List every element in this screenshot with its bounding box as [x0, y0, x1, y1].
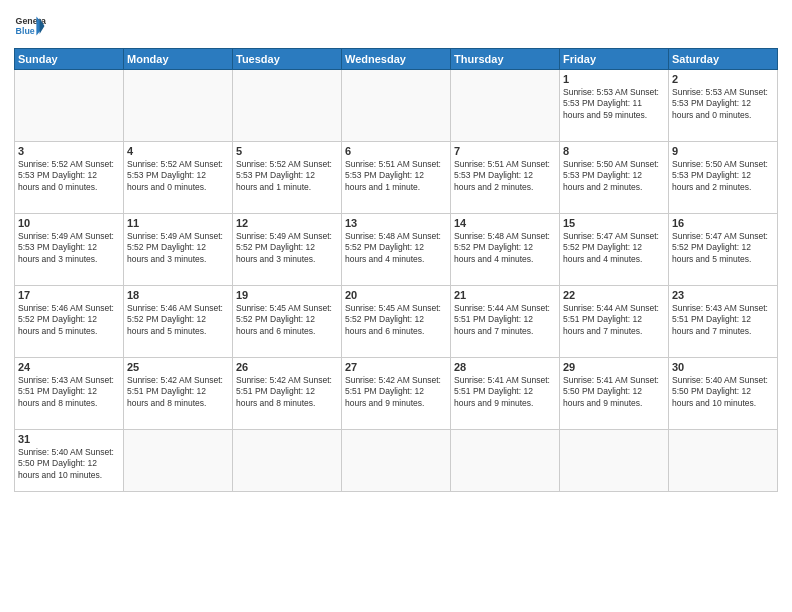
day-number: 16: [672, 217, 774, 229]
day-info: Sunrise: 5:46 AM Sunset: 5:52 PM Dayligh…: [18, 303, 120, 337]
calendar-cell: 26Sunrise: 5:42 AM Sunset: 5:51 PM Dayli…: [233, 358, 342, 430]
day-info: Sunrise: 5:43 AM Sunset: 5:51 PM Dayligh…: [672, 303, 774, 337]
day-info: Sunrise: 5:41 AM Sunset: 5:51 PM Dayligh…: [454, 375, 556, 409]
calendar-cell: 10Sunrise: 5:49 AM Sunset: 5:53 PM Dayli…: [15, 214, 124, 286]
day-info: Sunrise: 5:45 AM Sunset: 5:52 PM Dayligh…: [345, 303, 447, 337]
day-number: 30: [672, 361, 774, 373]
calendar-cell: [560, 430, 669, 492]
calendar-cell: [342, 430, 451, 492]
calendar-cell: 14Sunrise: 5:48 AM Sunset: 5:52 PM Dayli…: [451, 214, 560, 286]
calendar-cell: 28Sunrise: 5:41 AM Sunset: 5:51 PM Dayli…: [451, 358, 560, 430]
day-info: Sunrise: 5:50 AM Sunset: 5:53 PM Dayligh…: [563, 159, 665, 193]
day-number: 5: [236, 145, 338, 157]
day-number: 13: [345, 217, 447, 229]
day-number: 4: [127, 145, 229, 157]
day-info: Sunrise: 5:44 AM Sunset: 5:51 PM Dayligh…: [563, 303, 665, 337]
day-info: Sunrise: 5:42 AM Sunset: 5:51 PM Dayligh…: [345, 375, 447, 409]
day-info: Sunrise: 5:42 AM Sunset: 5:51 PM Dayligh…: [236, 375, 338, 409]
day-info: Sunrise: 5:47 AM Sunset: 5:52 PM Dayligh…: [672, 231, 774, 265]
day-number: 25: [127, 361, 229, 373]
calendar-cell: 21Sunrise: 5:44 AM Sunset: 5:51 PM Dayli…: [451, 286, 560, 358]
day-number: 8: [563, 145, 665, 157]
day-number: 10: [18, 217, 120, 229]
day-number: 22: [563, 289, 665, 301]
day-number: 6: [345, 145, 447, 157]
day-info: Sunrise: 5:53 AM Sunset: 5:53 PM Dayligh…: [672, 87, 774, 121]
calendar-cell: [15, 70, 124, 142]
day-number: 14: [454, 217, 556, 229]
day-number: 17: [18, 289, 120, 301]
calendar-cell: 8Sunrise: 5:50 AM Sunset: 5:53 PM Daylig…: [560, 142, 669, 214]
calendar-week-row: 17Sunrise: 5:46 AM Sunset: 5:52 PM Dayli…: [15, 286, 778, 358]
calendar-cell: [233, 70, 342, 142]
day-info: Sunrise: 5:41 AM Sunset: 5:50 PM Dayligh…: [563, 375, 665, 409]
day-info: Sunrise: 5:53 AM Sunset: 5:53 PM Dayligh…: [563, 87, 665, 121]
calendar-cell: 30Sunrise: 5:40 AM Sunset: 5:50 PM Dayli…: [669, 358, 778, 430]
day-number: 23: [672, 289, 774, 301]
calendar-cell: 23Sunrise: 5:43 AM Sunset: 5:51 PM Dayli…: [669, 286, 778, 358]
day-number: 12: [236, 217, 338, 229]
weekday-header-sunday: Sunday: [15, 49, 124, 70]
day-number: 18: [127, 289, 229, 301]
calendar-cell: 1Sunrise: 5:53 AM Sunset: 5:53 PM Daylig…: [560, 70, 669, 142]
header: General Blue: [14, 10, 778, 42]
calendar-table: SundayMondayTuesdayWednesdayThursdayFrid…: [14, 48, 778, 492]
day-number: 24: [18, 361, 120, 373]
calendar-cell: 12Sunrise: 5:49 AM Sunset: 5:52 PM Dayli…: [233, 214, 342, 286]
calendar-cell: 17Sunrise: 5:46 AM Sunset: 5:52 PM Dayli…: [15, 286, 124, 358]
calendar-cell: 4Sunrise: 5:52 AM Sunset: 5:53 PM Daylig…: [124, 142, 233, 214]
calendar-week-row: 1Sunrise: 5:53 AM Sunset: 5:53 PM Daylig…: [15, 70, 778, 142]
calendar-cell: 11Sunrise: 5:49 AM Sunset: 5:52 PM Dayli…: [124, 214, 233, 286]
day-info: Sunrise: 5:45 AM Sunset: 5:52 PM Dayligh…: [236, 303, 338, 337]
calendar-cell: 24Sunrise: 5:43 AM Sunset: 5:51 PM Dayli…: [15, 358, 124, 430]
day-number: 7: [454, 145, 556, 157]
calendar-week-row: 24Sunrise: 5:43 AM Sunset: 5:51 PM Dayli…: [15, 358, 778, 430]
calendar-cell: [124, 430, 233, 492]
weekday-header-saturday: Saturday: [669, 49, 778, 70]
weekday-header-monday: Monday: [124, 49, 233, 70]
day-info: Sunrise: 5:49 AM Sunset: 5:53 PM Dayligh…: [18, 231, 120, 265]
weekday-header-row: SundayMondayTuesdayWednesdayThursdayFrid…: [15, 49, 778, 70]
calendar-cell: 22Sunrise: 5:44 AM Sunset: 5:51 PM Dayli…: [560, 286, 669, 358]
weekday-header-friday: Friday: [560, 49, 669, 70]
day-number: 26: [236, 361, 338, 373]
day-info: Sunrise: 5:50 AM Sunset: 5:53 PM Dayligh…: [672, 159, 774, 193]
page-container: General Blue SundayMondayTuesdayWednesda…: [0, 0, 792, 498]
weekday-header-tuesday: Tuesday: [233, 49, 342, 70]
day-info: Sunrise: 5:48 AM Sunset: 5:52 PM Dayligh…: [454, 231, 556, 265]
day-info: Sunrise: 5:42 AM Sunset: 5:51 PM Dayligh…: [127, 375, 229, 409]
day-info: Sunrise: 5:44 AM Sunset: 5:51 PM Dayligh…: [454, 303, 556, 337]
day-number: 21: [454, 289, 556, 301]
calendar-cell: 25Sunrise: 5:42 AM Sunset: 5:51 PM Dayli…: [124, 358, 233, 430]
calendar-cell: 2Sunrise: 5:53 AM Sunset: 5:53 PM Daylig…: [669, 70, 778, 142]
day-info: Sunrise: 5:47 AM Sunset: 5:52 PM Dayligh…: [563, 231, 665, 265]
day-info: Sunrise: 5:46 AM Sunset: 5:52 PM Dayligh…: [127, 303, 229, 337]
calendar-cell: [233, 430, 342, 492]
day-info: Sunrise: 5:51 AM Sunset: 5:53 PM Dayligh…: [454, 159, 556, 193]
calendar-week-row: 10Sunrise: 5:49 AM Sunset: 5:53 PM Dayli…: [15, 214, 778, 286]
day-info: Sunrise: 5:40 AM Sunset: 5:50 PM Dayligh…: [18, 447, 120, 481]
generalblue-logo-icon: General Blue: [14, 10, 46, 42]
calendar-cell: 13Sunrise: 5:48 AM Sunset: 5:52 PM Dayli…: [342, 214, 451, 286]
calendar-week-row: 31Sunrise: 5:40 AM Sunset: 5:50 PM Dayli…: [15, 430, 778, 492]
calendar-cell: 9Sunrise: 5:50 AM Sunset: 5:53 PM Daylig…: [669, 142, 778, 214]
day-number: 15: [563, 217, 665, 229]
calendar-cell: [124, 70, 233, 142]
calendar-cell: 16Sunrise: 5:47 AM Sunset: 5:52 PM Dayli…: [669, 214, 778, 286]
calendar-cell: [669, 430, 778, 492]
calendar-cell: 15Sunrise: 5:47 AM Sunset: 5:52 PM Dayli…: [560, 214, 669, 286]
day-info: Sunrise: 5:49 AM Sunset: 5:52 PM Dayligh…: [127, 231, 229, 265]
day-number: 27: [345, 361, 447, 373]
day-info: Sunrise: 5:51 AM Sunset: 5:53 PM Dayligh…: [345, 159, 447, 193]
day-number: 28: [454, 361, 556, 373]
calendar-cell: 31Sunrise: 5:40 AM Sunset: 5:50 PM Dayli…: [15, 430, 124, 492]
calendar-cell: [451, 70, 560, 142]
calendar-cell: [451, 430, 560, 492]
logo: General Blue: [14, 10, 46, 42]
calendar-cell: 20Sunrise: 5:45 AM Sunset: 5:52 PM Dayli…: [342, 286, 451, 358]
weekday-header-wednesday: Wednesday: [342, 49, 451, 70]
day-number: 20: [345, 289, 447, 301]
day-number: 31: [18, 433, 120, 445]
day-number: 2: [672, 73, 774, 85]
day-info: Sunrise: 5:40 AM Sunset: 5:50 PM Dayligh…: [672, 375, 774, 409]
